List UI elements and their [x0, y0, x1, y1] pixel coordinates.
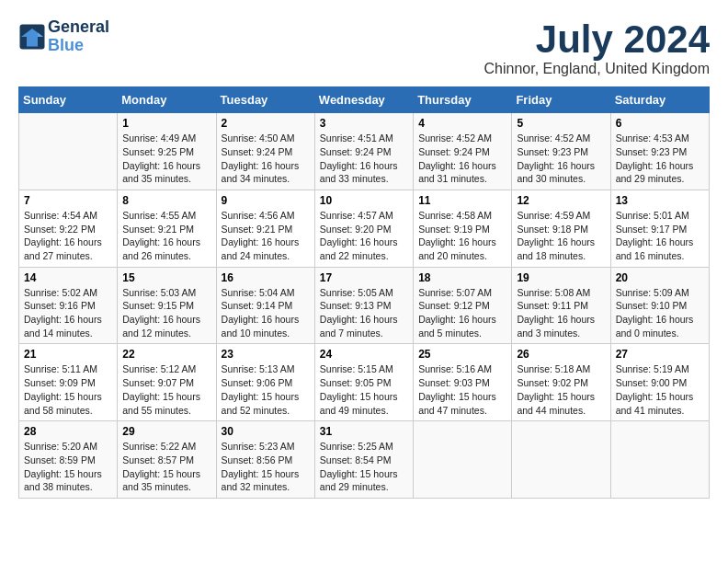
day-info: Sunrise: 5:03 AMSunset: 9:15 PMDaylight:…: [122, 286, 210, 340]
day-info: Sunrise: 4:54 AMSunset: 9:22 PMDaylight:…: [24, 209, 112, 263]
day-info: Sunrise: 5:22 AMSunset: 8:57 PMDaylight:…: [122, 440, 210, 494]
day-info: Sunrise: 5:09 AMSunset: 9:10 PMDaylight:…: [616, 286, 704, 340]
day-info: Sunrise: 5:04 AMSunset: 9:14 PMDaylight:…: [222, 286, 310, 340]
calendar-week-row: 1Sunrise: 4:49 AMSunset: 9:25 PMDaylight…: [19, 113, 710, 190]
day-number: 12: [517, 194, 605, 207]
calendar-cell: 18Sunrise: 5:07 AMSunset: 9:12 PMDayligh…: [414, 267, 512, 344]
day-number: 8: [122, 194, 210, 207]
day-number: 15: [122, 271, 210, 284]
day-info: Sunrise: 4:59 AMSunset: 9:18 PMDaylight:…: [517, 209, 605, 263]
day-number: 2: [222, 117, 310, 130]
header-thursday: Thursday: [414, 87, 512, 113]
day-info: Sunrise: 5:25 AMSunset: 8:54 PMDaylight:…: [320, 440, 408, 494]
title-block: July 2024 Chinnor, England, United Kingd…: [484, 18, 711, 77]
day-number: 16: [222, 271, 310, 284]
calendar-cell: 4Sunrise: 4:52 AMSunset: 9:24 PMDaylight…: [414, 113, 512, 190]
calendar-header-row: SundayMondayTuesdayWednesdayThursdayFrid…: [19, 87, 710, 113]
calendar-week-row: 21Sunrise: 5:11 AMSunset: 9:09 PMDayligh…: [19, 344, 710, 421]
day-info: Sunrise: 5:15 AMSunset: 9:05 PMDaylight:…: [320, 362, 408, 417]
month-title: July 2024: [484, 18, 711, 61]
day-number: 26: [517, 348, 605, 361]
calendar-cell: 11Sunrise: 4:58 AMSunset: 9:19 PMDayligh…: [414, 190, 512, 267]
logo-line1: General: [48, 18, 109, 37]
day-number: 24: [320, 348, 408, 361]
calendar-cell: 17Sunrise: 5:05 AMSunset: 9:13 PMDayligh…: [314, 267, 413, 344]
day-number: 4: [418, 117, 506, 130]
day-info: Sunrise: 4:53 AMSunset: 9:23 PMDaylight:…: [616, 132, 704, 186]
calendar-cell: [19, 113, 118, 190]
header-wednesday: Wednesday: [314, 87, 413, 113]
day-number: 19: [517, 271, 605, 284]
day-info: Sunrise: 4:49 AMSunset: 9:25 PMDaylight:…: [122, 132, 210, 186]
day-number: 20: [616, 271, 704, 284]
calendar-cell: 22Sunrise: 5:12 AMSunset: 9:07 PMDayligh…: [118, 344, 216, 421]
day-info: Sunrise: 5:19 AMSunset: 9:00 PMDaylight:…: [616, 362, 704, 417]
calendar-cell: 6Sunrise: 4:53 AMSunset: 9:23 PMDaylight…: [610, 113, 709, 190]
calendar-cell: 21Sunrise: 5:11 AMSunset: 9:09 PMDayligh…: [19, 344, 118, 421]
calendar-cell: 1Sunrise: 4:49 AMSunset: 9:25 PMDaylight…: [118, 113, 216, 190]
day-info: Sunrise: 5:18 AMSunset: 9:02 PMDaylight:…: [517, 362, 605, 417]
day-info: Sunrise: 4:52 AMSunset: 9:24 PMDaylight:…: [418, 132, 506, 186]
logo-text: General Blue: [48, 18, 109, 55]
calendar-cell: 3Sunrise: 4:51 AMSunset: 9:24 PMDaylight…: [314, 113, 413, 190]
day-number: 14: [24, 271, 112, 284]
day-info: Sunrise: 5:02 AMSunset: 9:16 PMDaylight:…: [24, 286, 112, 340]
day-number: 11: [418, 194, 506, 207]
header-friday: Friday: [512, 87, 610, 113]
day-info: Sunrise: 5:13 AMSunset: 9:06 PMDaylight:…: [222, 362, 310, 417]
header-monday: Monday: [118, 87, 216, 113]
logo-icon: [18, 23, 46, 51]
day-number: 13: [616, 194, 704, 207]
calendar-cell: 20Sunrise: 5:09 AMSunset: 9:10 PMDayligh…: [610, 267, 709, 344]
calendar-cell: [414, 421, 512, 499]
day-info: Sunrise: 5:07 AMSunset: 9:12 PMDaylight:…: [418, 286, 506, 340]
day-info: Sunrise: 4:56 AMSunset: 9:21 PMDaylight:…: [222, 209, 310, 263]
day-info: Sunrise: 4:52 AMSunset: 9:23 PMDaylight:…: [517, 132, 605, 186]
calendar-cell: 30Sunrise: 5:23 AMSunset: 8:56 PMDayligh…: [216, 421, 314, 499]
calendar-week-row: 14Sunrise: 5:02 AMSunset: 9:16 PMDayligh…: [19, 267, 710, 344]
day-number: 30: [222, 425, 310, 438]
calendar-cell: 15Sunrise: 5:03 AMSunset: 9:15 PMDayligh…: [118, 267, 216, 344]
logo-line2: Blue: [48, 37, 109, 55]
calendar-cell: 2Sunrise: 4:50 AMSunset: 9:24 PMDaylight…: [216, 113, 314, 190]
calendar-cell: 8Sunrise: 4:55 AMSunset: 9:21 PMDaylight…: [118, 190, 216, 267]
calendar-cell: [512, 421, 610, 499]
day-info: Sunrise: 5:11 AMSunset: 9:09 PMDaylight:…: [24, 362, 112, 417]
page-header: General Blue July 2024 Chinnor, England,…: [18, 18, 710, 77]
day-info: Sunrise: 5:08 AMSunset: 9:11 PMDaylight:…: [517, 286, 605, 340]
day-number: 10: [320, 194, 408, 207]
day-number: 25: [418, 348, 506, 361]
day-info: Sunrise: 4:51 AMSunset: 9:24 PMDaylight:…: [320, 132, 408, 186]
day-info: Sunrise: 4:55 AMSunset: 9:21 PMDaylight:…: [122, 209, 210, 263]
day-number: 22: [122, 348, 210, 361]
location-subtitle: Chinnor, England, United Kingdom: [484, 61, 711, 77]
calendar-cell: 16Sunrise: 5:04 AMSunset: 9:14 PMDayligh…: [216, 267, 314, 344]
calendar-cell: 7Sunrise: 4:54 AMSunset: 9:22 PMDaylight…: [19, 190, 118, 267]
day-number: 21: [24, 348, 112, 361]
calendar-cell: 10Sunrise: 4:57 AMSunset: 9:20 PMDayligh…: [314, 190, 413, 267]
day-info: Sunrise: 5:23 AMSunset: 8:56 PMDaylight:…: [222, 440, 310, 494]
header-tuesday: Tuesday: [216, 87, 314, 113]
calendar-cell: 19Sunrise: 5:08 AMSunset: 9:11 PMDayligh…: [512, 267, 610, 344]
day-info: Sunrise: 5:20 AMSunset: 8:59 PMDaylight:…: [24, 440, 112, 494]
calendar-cell: 24Sunrise: 5:15 AMSunset: 9:05 PMDayligh…: [314, 344, 413, 421]
day-info: Sunrise: 5:12 AMSunset: 9:07 PMDaylight:…: [122, 362, 210, 417]
header-saturday: Saturday: [610, 87, 709, 113]
day-info: Sunrise: 4:50 AMSunset: 9:24 PMDaylight:…: [222, 132, 310, 186]
calendar-cell: 14Sunrise: 5:02 AMSunset: 9:16 PMDayligh…: [19, 267, 118, 344]
calendar-cell: 28Sunrise: 5:20 AMSunset: 8:59 PMDayligh…: [19, 421, 118, 499]
day-number: 29: [122, 425, 210, 438]
calendar-cell: 12Sunrise: 4:59 AMSunset: 9:18 PMDayligh…: [512, 190, 610, 267]
day-number: 31: [320, 425, 408, 438]
day-number: 18: [418, 271, 506, 284]
calendar-cell: 23Sunrise: 5:13 AMSunset: 9:06 PMDayligh…: [216, 344, 314, 421]
calendar-cell: 13Sunrise: 5:01 AMSunset: 9:17 PMDayligh…: [610, 190, 709, 267]
calendar-cell: 5Sunrise: 4:52 AMSunset: 9:23 PMDaylight…: [512, 113, 610, 190]
day-info: Sunrise: 4:57 AMSunset: 9:20 PMDaylight:…: [320, 209, 408, 263]
calendar-week-row: 28Sunrise: 5:20 AMSunset: 8:59 PMDayligh…: [19, 421, 710, 499]
calendar-cell: 31Sunrise: 5:25 AMSunset: 8:54 PMDayligh…: [314, 421, 413, 499]
day-info: Sunrise: 5:05 AMSunset: 9:13 PMDaylight:…: [320, 286, 408, 340]
calendar-cell: 27Sunrise: 5:19 AMSunset: 9:00 PMDayligh…: [610, 344, 709, 421]
day-info: Sunrise: 5:16 AMSunset: 9:03 PMDaylight:…: [418, 362, 506, 417]
calendar-week-row: 7Sunrise: 4:54 AMSunset: 9:22 PMDaylight…: [19, 190, 710, 267]
